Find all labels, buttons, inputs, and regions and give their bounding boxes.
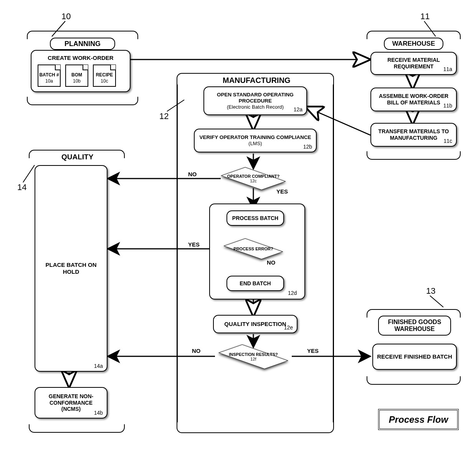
manufacturing-bracket-bottom xyxy=(177,422,334,433)
quality-bracket-bottom xyxy=(29,424,125,433)
label-no-2: NO xyxy=(267,259,276,266)
label-yes-3: YES xyxy=(307,347,319,354)
doc-batch: BATCH # 10a xyxy=(38,65,61,87)
process-batch-box: PROCESS BATCH xyxy=(226,210,284,226)
doc-recipe: RECIPE 10c xyxy=(93,65,116,87)
decision-operator-compliant: OPERATOR COMPLIANT? 12c xyxy=(225,161,282,196)
ref-planning: 10 xyxy=(61,12,71,22)
warehouse-bracket-bottom xyxy=(367,151,461,160)
diagram-canvas: 10 PLANNING CREATE WORK-ORDER BATCH # 10… xyxy=(0,0,476,455)
doc-bom: BOM 10b xyxy=(65,65,88,87)
label-yes-1: YES xyxy=(276,188,288,195)
verify-training-box: VERIFY OPERATOR TRAINING COMPLIANCE (LMS… xyxy=(194,129,317,152)
finished-bracket-bottom xyxy=(367,376,461,385)
quality-inspection-box: QUALITY INSPECTION 12e xyxy=(213,315,298,333)
decision-inspection-results: INSPECTION RESULTS? 12f xyxy=(221,340,286,374)
open-sop-box: OPEN STANDARD OPERATING PROCEDURE (Elect… xyxy=(203,86,307,115)
quality-title: QUALITY xyxy=(61,153,93,161)
place-batch-on-hold-box: PLACE BATCH ON HOLD 14a xyxy=(35,165,107,372)
label-yes-2: YES xyxy=(188,241,200,248)
ref-finished: 13 xyxy=(426,286,435,296)
manufacturing-title: MANUFACTURING xyxy=(223,76,291,85)
planning-title: PLANNING xyxy=(50,38,115,50)
finished-title: FINISHED GOODS WAREHOUSE xyxy=(378,316,451,336)
svg-line-18 xyxy=(167,100,184,111)
svg-line-3 xyxy=(307,108,370,135)
end-batch-box: END BATCH xyxy=(226,276,284,291)
ref-quality: 14 xyxy=(17,182,26,192)
ref-manufacturing: 12 xyxy=(159,111,169,121)
inner-tag: 12d xyxy=(288,290,297,296)
label-no-3: NO xyxy=(192,347,201,354)
svg-line-19 xyxy=(430,296,443,307)
svg-line-20 xyxy=(23,165,35,182)
transfer-materials-box: TRANSFER MATERIALS TO MANUFACTURING 11c xyxy=(370,123,457,147)
ref-warehouse: 11 xyxy=(420,12,430,22)
warehouse-title: WAREHOUSE xyxy=(384,38,443,50)
assemble-bom-box: ASSEMBLE WORK-ORDER BILL OF MATERIALS 11… xyxy=(370,88,457,111)
generate-ncms-box: GENERATE NON-CONFORMANCE (NCMS) 14b xyxy=(35,387,107,419)
receive-material-box: RECEIVE MATERIAL REQUIREMENT 11a xyxy=(370,52,457,75)
planning-bracket-bottom xyxy=(27,97,138,105)
create-wo-label: CREATE WORK-ORDER xyxy=(48,55,113,61)
diagram-title: Process Flow xyxy=(378,409,459,430)
receive-finished-batch-box: RECEIVE FINISHED BATCH xyxy=(372,344,457,370)
label-no-1: NO xyxy=(188,171,197,177)
